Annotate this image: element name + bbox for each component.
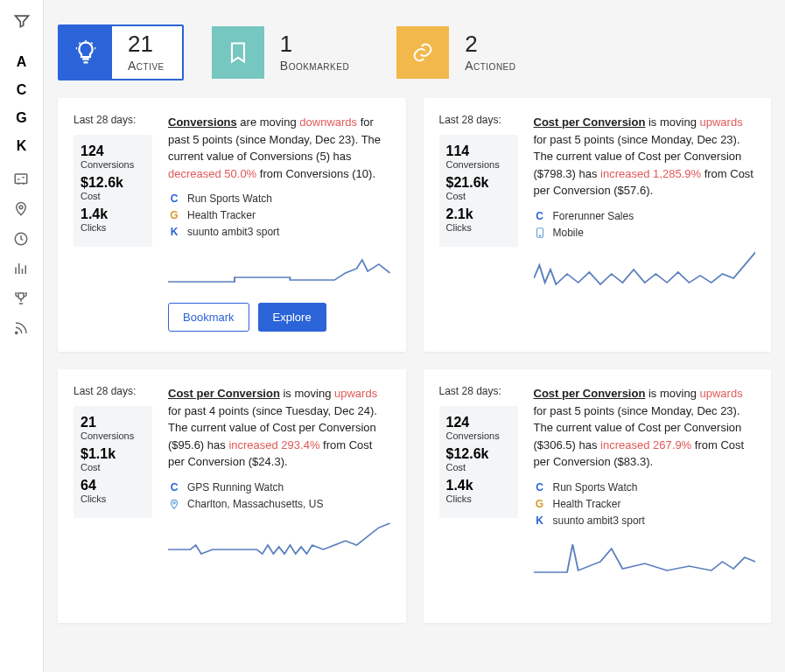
tag-row[interactable]: CGPS Running Watch (168, 481, 390, 494)
clock-icon[interactable] (13, 231, 31, 248)
tag-row[interactable]: CForerunner Sales (534, 210, 756, 222)
tag-text: Run Sports Watch (187, 192, 272, 205)
tag-row[interactable]: Charlton, Massachusetts, US (168, 498, 390, 510)
stat-value: 124 (446, 415, 511, 430)
link-icon (396, 26, 449, 79)
dashboard-icon[interactable] (13, 172, 31, 189)
insight-description: Conversions are moving downwards for pas… (168, 114, 390, 182)
tag-text: Run Sports Watch (553, 481, 638, 494)
tab-label: Actioned (465, 59, 515, 73)
tab-active[interactable]: 21Active (58, 24, 184, 80)
trophy-icon[interactable] (13, 290, 31, 308)
tag-row[interactable]: GHealth Tracker (168, 209, 390, 221)
tag-list: CRun Sports WatchGHealth TrackerKsuunto … (168, 192, 390, 238)
main-content: 21Active1Bookmarked2Actioned Last 28 day… (44, 0, 785, 672)
period-label: Last 28 days: (439, 114, 518, 126)
tag-text: Forerunner Sales (553, 210, 634, 222)
bookmark-button[interactable]: Bookmark (168, 303, 249, 332)
location-pin-icon[interactable] (13, 201, 31, 219)
insight-card[interactable]: Last 28 days:21Conversions$1.1kCost64Cli… (58, 369, 406, 623)
svg-point-5 (539, 234, 540, 235)
stat-label: Conversions (446, 159, 511, 170)
stat-label: Cost (81, 462, 145, 472)
stat-label: Conversions (446, 430, 511, 441)
tag-letter-g-icon: G (534, 498, 546, 510)
tag-row[interactable]: Ksuunto ambit3 sport (168, 226, 390, 238)
tag-text: Mobile (553, 227, 584, 239)
tag-row[interactable]: Mobile (534, 227, 756, 239)
sparkline-chart (534, 536, 756, 579)
stat-label: Conversions (81, 159, 145, 170)
tab-bookmarked[interactable]: 1Bookmarked (210, 24, 368, 80)
tab-count: 1 (280, 32, 349, 55)
stat-value: 114 (446, 144, 511, 159)
stats-box: 124Conversions$12.6kCost1.4kClicks (439, 406, 518, 518)
tag-list: CForerunner SalesMobile (534, 210, 756, 239)
stat-value: $21.6k (446, 175, 511, 191)
sparkline-chart (168, 247, 390, 290)
chart-icon[interactable] (13, 261, 31, 278)
insight-card[interactable]: Last 28 days:124Conversions$12.6kCost1.4… (424, 369, 772, 623)
tab-label: Active (128, 59, 165, 73)
stat-value: $1.1k (81, 446, 145, 462)
period-label: Last 28 days: (74, 385, 152, 397)
tag-letter-c-icon: C (534, 210, 546, 222)
tag-letter-c-icon: C (168, 481, 180, 494)
summary-tabs: 21Active1Bookmarked2Actioned (58, 24, 771, 80)
tag-text: Health Tracker (553, 498, 621, 510)
insight-description: Cost per Conversion is moving upwards fo… (534, 385, 756, 471)
bulb-icon (60, 26, 112, 79)
tag-letter-g-icon: G (168, 209, 180, 221)
tab-count: 2 (465, 32, 515, 55)
stat-value: 64 (81, 478, 145, 494)
tag-row[interactable]: GHealth Tracker (534, 498, 756, 510)
rss-icon[interactable] (13, 320, 31, 338)
tag-text: Charlton, Massachusetts, US (187, 498, 323, 510)
explore-button[interactable]: Explore (258, 303, 326, 332)
sparkline-chart (534, 248, 756, 291)
stats-box: 124Conversions$12.6kCost1.4kClicks (74, 135, 152, 247)
tab-actioned[interactable]: 2Actioned (395, 24, 535, 80)
insight-card[interactable]: Last 28 days:124Conversions$12.6kCost1.4… (58, 98, 406, 352)
stat-label: Clicks (81, 494, 145, 504)
tag-row[interactable]: CRun Sports Watch (168, 192, 390, 205)
tab-count: 21 (128, 32, 165, 55)
tag-row[interactable]: Ksuunto ambit3 sport (534, 514, 756, 527)
insight-cards: Last 28 days:124Conversions$12.6kCost1.4… (58, 98, 771, 623)
period-label: Last 28 days: (74, 114, 152, 126)
svg-point-3 (15, 332, 17, 333)
stat-label: Clicks (446, 494, 511, 504)
stat-label: Cost (81, 191, 145, 201)
svg-point-6 (173, 501, 175, 503)
stat-value: 1.4k (446, 478, 511, 494)
stats-box: 21Conversions$1.1kCost64Clicks (74, 406, 152, 518)
stat-value: $12.6k (446, 446, 511, 462)
sidebar-letter-a[interactable]: A (9, 54, 35, 70)
insight-description: Cost per Conversion is moving upwards fo… (168, 385, 390, 471)
tag-text: Health Tracker (187, 209, 256, 221)
filter-icon[interactable] (8, 7, 36, 35)
svg-point-1 (19, 206, 23, 209)
tab-label: Bookmarked (280, 59, 349, 73)
tag-text: GPS Running Watch (187, 481, 284, 494)
sparkline-chart (168, 519, 390, 563)
stats-box: 114Conversions$21.6kCost2.1kClicks (439, 135, 518, 247)
pin-icon (168, 498, 180, 510)
tag-list: CRun Sports WatchGHealth TrackerKsuunto … (534, 481, 756, 527)
insight-card[interactable]: Last 28 days:114Conversions$21.6kCost2.1… (424, 98, 772, 352)
mobile-icon (534, 227, 546, 239)
stat-value: 124 (81, 144, 145, 159)
sidebar-letter-c[interactable]: C (9, 82, 35, 98)
stat-label: Clicks (81, 222, 145, 233)
tag-letter-k-icon: K (168, 226, 180, 238)
stat-label: Clicks (446, 222, 511, 233)
insight-description: Cost per Conversion is moving upwards fo… (534, 114, 756, 200)
tag-row[interactable]: CRun Sports Watch (534, 481, 756, 494)
tag-text: suunto ambit3 sport (187, 226, 279, 238)
sidebar-letter-g[interactable]: G (9, 110, 35, 126)
period-label: Last 28 days: (439, 385, 518, 397)
stat-value: $12.6k (81, 175, 145, 191)
tag-letter-c-icon: C (168, 192, 180, 205)
stat-label: Cost (446, 462, 511, 472)
sidebar-letter-k[interactable]: K (9, 138, 35, 154)
